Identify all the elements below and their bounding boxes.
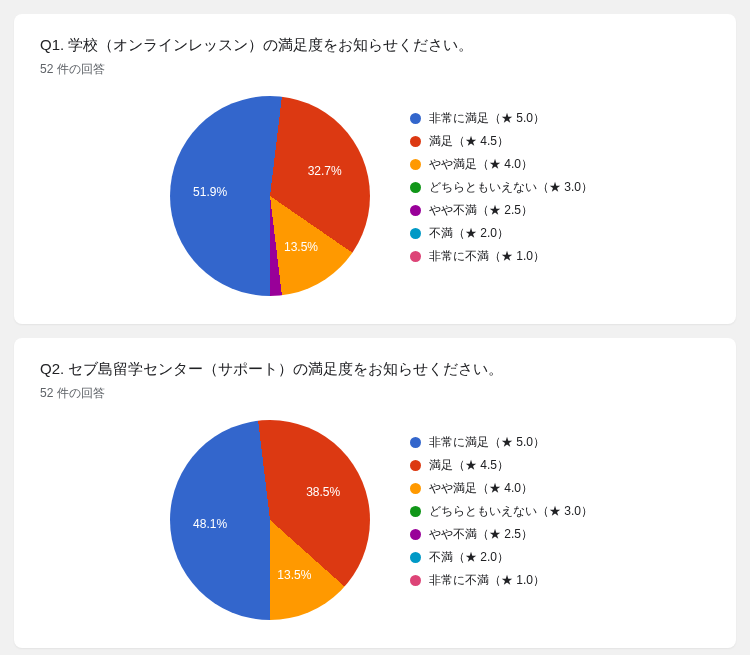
legend-item: どちらともいえない（★ 3.0） bbox=[410, 179, 593, 196]
legend-swatch bbox=[410, 529, 421, 540]
legend-item: やや満足（★ 4.0） bbox=[410, 480, 593, 497]
legend-swatch bbox=[410, 228, 421, 239]
legend-item: 非常に不満（★ 1.0） bbox=[410, 572, 593, 589]
legend-swatch bbox=[410, 437, 421, 448]
legend-item: 満足（★ 4.5） bbox=[410, 457, 593, 474]
legend-swatch bbox=[410, 483, 421, 494]
legend-label: やや不満（★ 2.5） bbox=[429, 526, 533, 543]
legend-swatch bbox=[410, 460, 421, 471]
legend-label: 非常に満足（★ 5.0） bbox=[429, 434, 545, 451]
legend-label: どちらともいえない（★ 3.0） bbox=[429, 179, 593, 196]
pie-graphic bbox=[170, 420, 370, 620]
legend-swatch bbox=[410, 159, 421, 170]
legend-item: どちらともいえない（★ 3.0） bbox=[410, 503, 593, 520]
legend-label: 非常に満足（★ 5.0） bbox=[429, 110, 545, 127]
legend-item: 不満（★ 2.0） bbox=[410, 549, 593, 566]
legend: 非常に満足（★ 5.0）満足（★ 4.5）やや満足（★ 4.0）どちらともいえな… bbox=[410, 110, 593, 265]
question-title: Q2. セブ島留学センター（サポート）の満足度をお知らせください。 bbox=[40, 360, 710, 379]
legend-item: 非常に不満（★ 1.0） bbox=[410, 248, 593, 265]
page: Q1. 学校（オンラインレッスン）の満足度をお知らせください。 52 件の回答 … bbox=[0, 14, 750, 648]
chart-row: 51.9%32.7%13.5% 非常に満足（★ 5.0）満足（★ 4.5）やや満… bbox=[40, 96, 710, 296]
legend-label: やや満足（★ 4.0） bbox=[429, 156, 533, 173]
pie-chart-2: 48.1%38.5%13.5% bbox=[170, 420, 370, 620]
legend-label: 満足（★ 4.5） bbox=[429, 457, 509, 474]
legend-item: 非常に満足（★ 5.0） bbox=[410, 434, 593, 451]
legend-item: やや不満（★ 2.5） bbox=[410, 526, 593, 543]
legend-swatch bbox=[410, 113, 421, 124]
legend-item: 非常に満足（★ 5.0） bbox=[410, 110, 593, 127]
question-card-1: Q1. 学校（オンラインレッスン）の満足度をお知らせください。 52 件の回答 … bbox=[14, 14, 736, 324]
legend-label: 非常に不満（★ 1.0） bbox=[429, 572, 545, 589]
legend-swatch bbox=[410, 575, 421, 586]
legend-swatch bbox=[410, 136, 421, 147]
legend-item: 満足（★ 4.5） bbox=[410, 133, 593, 150]
legend-item: やや不満（★ 2.5） bbox=[410, 202, 593, 219]
question-title: Q1. 学校（オンラインレッスン）の満足度をお知らせください。 bbox=[40, 36, 710, 55]
response-count: 52 件の回答 bbox=[40, 385, 710, 402]
question-card-2: Q2. セブ島留学センター（サポート）の満足度をお知らせください。 52 件の回… bbox=[14, 338, 736, 648]
legend-item: やや満足（★ 4.0） bbox=[410, 156, 593, 173]
legend-swatch bbox=[410, 251, 421, 262]
legend-label: 満足（★ 4.5） bbox=[429, 133, 509, 150]
legend-swatch bbox=[410, 182, 421, 193]
legend-swatch bbox=[410, 552, 421, 563]
pie-chart-1: 51.9%32.7%13.5% bbox=[170, 96, 370, 296]
pie-graphic bbox=[170, 96, 370, 296]
legend-label: 不満（★ 2.0） bbox=[429, 225, 509, 242]
legend-label: 不満（★ 2.0） bbox=[429, 549, 509, 566]
response-count: 52 件の回答 bbox=[40, 61, 710, 78]
legend-label: やや不満（★ 2.5） bbox=[429, 202, 533, 219]
legend-label: どちらともいえない（★ 3.0） bbox=[429, 503, 593, 520]
legend-label: やや満足（★ 4.0） bbox=[429, 480, 533, 497]
legend-item: 不満（★ 2.0） bbox=[410, 225, 593, 242]
legend-swatch bbox=[410, 205, 421, 216]
legend: 非常に満足（★ 5.0）満足（★ 4.5）やや満足（★ 4.0）どちらともいえな… bbox=[410, 434, 593, 589]
legend-label: 非常に不満（★ 1.0） bbox=[429, 248, 545, 265]
legend-swatch bbox=[410, 506, 421, 517]
chart-row: 48.1%38.5%13.5% 非常に満足（★ 5.0）満足（★ 4.5）やや満… bbox=[40, 420, 710, 620]
